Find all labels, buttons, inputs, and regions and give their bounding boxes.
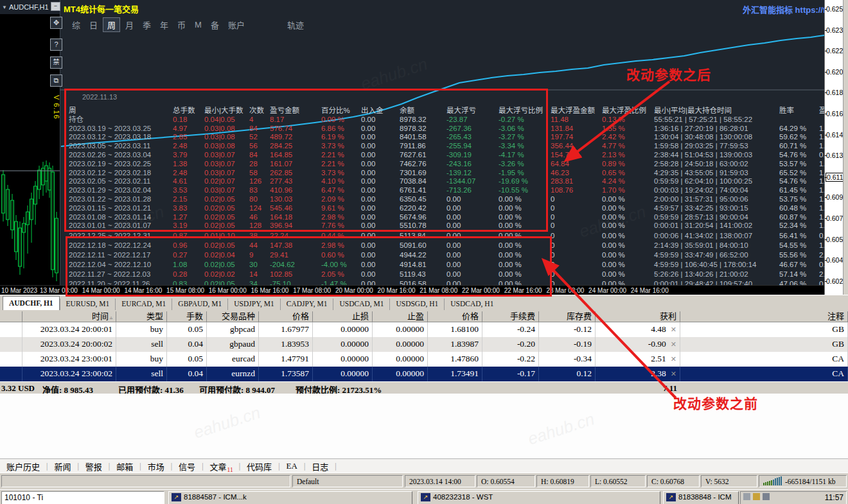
terminal-tab-账户历史[interactable]: 账户历史 bbox=[0, 460, 46, 473]
menu-item-M[interactable]: M bbox=[191, 19, 206, 30]
stats-cell: 0 bbox=[549, 195, 600, 204]
speaker-icon[interactable] bbox=[753, 493, 760, 500]
chart-tab-cadjpy-m1[interactable]: CADJPY, M1 bbox=[280, 299, 333, 310]
tray-icon[interactable] bbox=[743, 493, 750, 500]
taskbar-button[interactable]: ↗408232318 - WST bbox=[418, 491, 660, 504]
menu-item-季[interactable]: 季 bbox=[139, 18, 155, 31]
stats-row: 2022.12.11 ~ 2022.12.170.270.02|0.04929.… bbox=[67, 250, 846, 260]
chart-tab-usdsgd-h1[interactable]: USDSGD, H1 bbox=[389, 299, 444, 310]
stats-cell: 54.76 % bbox=[777, 177, 817, 186]
stats-cell: 7.76 % bbox=[319, 222, 359, 230]
trade-cell bbox=[0, 337, 22, 352]
menu-item-月[interactable]: 月 bbox=[121, 18, 137, 31]
stats-cell: 0.00 bbox=[445, 241, 497, 250]
signal-bar bbox=[767, 482, 768, 485]
stats-cell: 2.98 % bbox=[319, 213, 359, 222]
stats-cell: -19.69 % bbox=[497, 177, 549, 186]
chart-tab-eurusd-m1[interactable]: EURUSD, M1 bbox=[60, 299, 116, 310]
trade-row[interactable]: 2023.03.24 20:00:02sell0.04gbpaud1.83953… bbox=[0, 337, 848, 352]
menu-item-备[interactable]: 备 bbox=[207, 18, 223, 31]
trade-cell: -0.90✕ bbox=[596, 337, 680, 352]
terminal-tab-代码库[interactable]: 代码库 bbox=[240, 460, 278, 473]
stats-cell: 2023.01.29 ~ 2023.02.04 bbox=[67, 186, 171, 195]
stats-cell: 4.61 bbox=[171, 177, 202, 186]
chart-tab-gbpaud-m1[interactable]: GBPAUD, M1 bbox=[172, 299, 227, 310]
menu-item-年[interactable]: 年 bbox=[156, 18, 172, 31]
menu-item-日[interactable]: 日 bbox=[85, 18, 102, 31]
stats-cell: 0.02|0.05 bbox=[202, 222, 247, 230]
menu-item-综[interactable]: 综 bbox=[68, 18, 84, 31]
status-profile[interactable]: Default bbox=[292, 475, 403, 487]
time-tick: 22 Mar 00:00 bbox=[462, 287, 500, 294]
trades-header-时间[interactable]: 时间▵ bbox=[22, 311, 116, 322]
candlestick-series bbox=[2, 161, 58, 281]
stats-col-header: 出入金 bbox=[359, 107, 398, 116]
price-axis[interactable]: 0.62570.62390.62210.62030.61850.61670.61… bbox=[824, 0, 844, 295]
close-trade-icon[interactable]: ✕ bbox=[671, 326, 676, 333]
terminal-tab-信号[interactable]: 信号 bbox=[172, 460, 202, 473]
trades-header-手数[interactable]: 手数 bbox=[167, 311, 207, 322]
menu-item-币[interactable]: 币 bbox=[173, 18, 190, 31]
chart-tab-eurcad-m1[interactable]: EURCAD, M1 bbox=[115, 299, 172, 310]
trade-cell: 0.00000 bbox=[313, 352, 373, 367]
trades-header-获利[interactable]: 获利 bbox=[596, 311, 680, 322]
terminal-tab-EA[interactable]: EA bbox=[280, 461, 304, 471]
stats-cell: 1.38 bbox=[171, 160, 202, 169]
stats-cell: 6220.42 bbox=[398, 204, 445, 213]
stats-cell: 0.03|0.07 bbox=[202, 151, 247, 160]
trade-cell: 1.83953 bbox=[259, 337, 313, 352]
terminal-tab-市场[interactable]: 市场 bbox=[141, 460, 171, 473]
stats-row: 2023.01.29 ~ 2023.02.043.530.03|0.078341… bbox=[67, 186, 846, 195]
trades-header-注释[interactable]: 注释 bbox=[680, 311, 848, 322]
stats-cell: 108.76 bbox=[549, 186, 600, 195]
stats-cell: 0.00 bbox=[359, 177, 398, 186]
trades-header-库存费[interactable]: 库存费 bbox=[539, 311, 596, 322]
chart-tab-usdcad-m1[interactable]: USDCAD, M1 bbox=[333, 299, 389, 310]
menu-item-账户[interactable]: 账户 bbox=[224, 18, 249, 31]
vertical-scrollbar[interactable] bbox=[843, 0, 848, 295]
trade-row[interactable]: 2023.03.24 23:00:01buy0.05eurcad1.477910… bbox=[0, 352, 848, 367]
stats-cell: 7038.84 bbox=[398, 177, 445, 186]
terminal-tab-新闻[interactable]: 新闻 bbox=[48, 460, 77, 473]
trades-header-类型[interactable]: 类型 bbox=[116, 311, 167, 322]
trade-cell: 2.38✕ bbox=[596, 367, 680, 381]
promo-link[interactable]: 外汇智能指标 https://fx bbox=[743, 3, 831, 15]
stats-cell: 64.29 % bbox=[777, 125, 817, 134]
chart-tab-usdjpy-m1[interactable]: USDJPY, M1 bbox=[227, 299, 279, 310]
signal-bar bbox=[763, 483, 764, 485]
trades-header-止损[interactable]: 止损 bbox=[313, 311, 373, 322]
trades-header-手续费[interactable]: 手续费 bbox=[482, 311, 539, 322]
taskbar-button[interactable]: ↗81838848 - ICM bbox=[663, 491, 739, 504]
trade-cell: 0.05 bbox=[167, 352, 207, 367]
terminal-tab-警报[interactable]: 警报 bbox=[79, 460, 109, 473]
taskbar-first-item[interactable]: 101010 - Ti bbox=[1, 491, 164, 504]
signal-bar bbox=[777, 478, 778, 485]
trades-header-止盈[interactable]: 止盈 bbox=[373, 311, 428, 322]
trades-header-交易品种[interactable]: 交易品种 bbox=[207, 311, 259, 322]
trades-header-价格[interactable]: 价格 bbox=[259, 311, 313, 322]
trade-row[interactable]: 2023.03.24 23:00:02sell0.04eurnzd1.73587… bbox=[0, 367, 848, 381]
trades-header-价格[interactable]: 价格 bbox=[428, 311, 482, 322]
menu-item-track[interactable]: 轨迹 bbox=[283, 18, 308, 31]
terminal-tab-邮箱[interactable]: 邮箱 bbox=[110, 460, 139, 473]
stats-cell: 46.23 bbox=[549, 169, 600, 178]
terminal-tab-文章[interactable]: 文章11 bbox=[204, 460, 239, 473]
stats-cell: 3.73 % bbox=[319, 169, 359, 178]
stats-cell: 356.44 bbox=[549, 142, 600, 151]
chart-tab-audchf-h1[interactable]: AUDCHF, H1 bbox=[3, 296, 60, 310]
close-trade-icon[interactable]: ✕ bbox=[671, 355, 676, 363]
close-trade-icon[interactable]: ✕ bbox=[671, 370, 676, 378]
stats-cell: 53.75 % bbox=[777, 195, 817, 204]
time-axis[interactable]: 10 Mar 202313 Mar 08:0014 Mar 00:0014 Ma… bbox=[0, 285, 824, 295]
plug-icon[interactable] bbox=[763, 493, 770, 500]
menu-item-周[interactable]: 周 bbox=[103, 17, 120, 32]
account-summary-bar: 3.32 USD 净值: 8 985.43 已用预付款: 41.36 可用预付款… bbox=[0, 381, 848, 394]
trade-cell: 4.48✕ bbox=[596, 322, 680, 337]
terminal-tab-日志[interactable]: 日志 bbox=[305, 460, 335, 473]
stats-cell: 0.00 bbox=[359, 169, 398, 178]
trades-header-icon[interactable] bbox=[0, 311, 22, 322]
chart-tab-usdcad-h1[interactable]: USDCAD, H1 bbox=[444, 299, 499, 310]
trade-row[interactable]: 2023.03.24 20:00:01buy0.05gbpcad1.679770… bbox=[0, 322, 848, 337]
taskbar-button[interactable]: ↗81884587 - ICM...k bbox=[168, 491, 412, 504]
close-trade-icon[interactable]: ✕ bbox=[671, 340, 676, 348]
